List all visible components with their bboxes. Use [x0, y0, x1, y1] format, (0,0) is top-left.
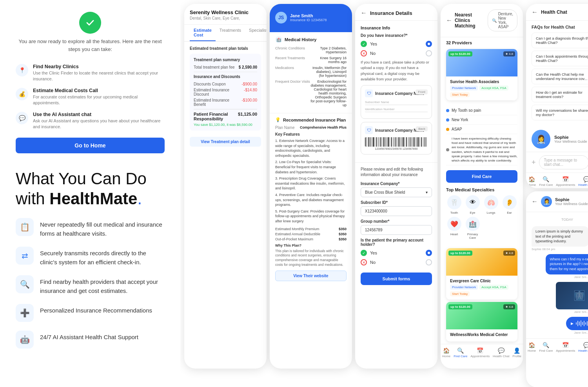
message-time-voice: Jane Sm... 08:04 pm [574, 331, 588, 334]
clinic-name-evergreen: Evergreen Care Clinic [450, 279, 514, 283]
clinic-info-evergreen: Evergreen Care Clinic Provider Network A… [446, 276, 517, 300]
nav-home-sophie[interactable]: 🏠 Home [528, 342, 536, 352]
nav-appointments-sophie[interactable]: 📅 Appointments [556, 342, 575, 352]
price-badge-wellnessworks: up to $120.00 [448, 304, 472, 309]
recommended-plan-section: 💡 Recommended Insurance Plan Plan Name C… [270, 113, 352, 285]
faq-text-3: Can the Health Chat help me understand m… [536, 72, 588, 81]
total-fee-row: Total treatment plan fee $ 2,590.00 [194, 65, 257, 69]
subscriber-id-input[interactable]: X123400000 [361, 206, 432, 216]
specialties-title: Top Medical Specialties [446, 187, 517, 192]
submit-forms-button[interactable]: Submit forms [361, 273, 432, 285]
no-option[interactable]: ✕ No [361, 50, 432, 56]
marketing-line1: What You Can Do [16, 169, 147, 188]
recent-label: Recent Treatments [275, 56, 310, 64]
tab-treatments[interactable]: Treatments [216, 25, 245, 41]
back-arrow-clinics[interactable]: ← [446, 17, 452, 24]
eye-label: Eye [470, 211, 475, 214]
primary-yes-option[interactable]: ✓ Yes [361, 250, 432, 256]
yes-check-icon: ✓ [361, 41, 367, 47]
insurance-company-dropdown[interactable]: Blue Cross Blue Shield ▾ [361, 187, 432, 197]
nav-apt-label-chat: Appointments [556, 183, 575, 187]
rating-badge-evergreen: ★ 4.8 [503, 251, 515, 256]
feature-item-forms: 📋 Never repeatedly fill out medical and … [16, 218, 165, 238]
tag-evergreen-network: Provider Network [450, 285, 478, 290]
faq-item-4[interactable]: How do I get an estimate for treatment c… [532, 87, 588, 102]
discount-value-1: -$900.00 [242, 82, 257, 86]
visits-value: Endocrinologist for diabetes management,… [310, 80, 347, 107]
plan-name-label: Plan Name [275, 125, 294, 130]
feature-text-forms: Never repeatedly fill out medical and in… [40, 218, 165, 238]
nav-appointments[interactable]: 📅 Appointments [470, 347, 490, 358]
feature-icon-ai-support: 🤖 [16, 331, 34, 349]
tag-evergreen-hsa: Accept HSA, FSA [479, 285, 508, 290]
phone6-header: ← 👩‍⚕️ Sophie Your Wellness Guide ⋮ [526, 191, 588, 212]
home-icon: 🏠 [443, 347, 450, 354]
plan-icon: 💡 [275, 117, 281, 122]
back-arrow-sophie[interactable]: ← [532, 198, 538, 205]
back-arrow-insurance[interactable]: ← [361, 9, 367, 16]
feature-icon-forms: 📋 [16, 218, 34, 236]
monthly-premium-label: Estimated Monthly Premium [275, 227, 319, 231]
nav-hc-sophie[interactable]: 💬 Health Chat [578, 342, 588, 352]
insurance-company-value: Blue Cross Blue Shield [365, 190, 405, 194]
nav-home[interactable]: 🏠 Home [442, 347, 450, 358]
nav-profile[interactable]: 👤 Profile [512, 347, 521, 358]
faq-text-2: Can I book appointments through the Heal… [536, 54, 588, 63]
tab-estimate-cost[interactable]: Estimate Cost [190, 25, 216, 41]
step-title-estimate: Estimate Medical Costs Call [33, 88, 165, 93]
feature-icon-find: 🔍 [16, 275, 34, 293]
discount-label-1: Discounts Coupon [194, 82, 226, 86]
barcode-visual [365, 137, 428, 147]
location-dot [446, 118, 449, 122]
phone1-content: Estimated treatment plan totals Treatmen… [184, 42, 267, 151]
feature-text-find: Find nearby health providers that accept… [40, 275, 165, 295]
chat-input-field[interactable]: Type a message to start chat... [539, 155, 588, 169]
faq-item-3[interactable]: Can the Health Chat help me understand m… [532, 69, 588, 84]
nav-appointments-chat[interactable]: 📅 Appointments [556, 176, 575, 187]
phones-area: Serenity Wellness Clinic Dental, Skin Ca… [180, 0, 588, 387]
nav-find-care[interactable]: 🔍 Find Care [454, 347, 467, 358]
marketing-dot: . [137, 189, 142, 208]
group-number-input[interactable]: 12456789 [361, 225, 432, 235]
wave-bar-5 [582, 322, 583, 325]
identification-field: Identification Number [365, 107, 428, 112]
marketing-title: What You Can Do with HealthMate. [16, 169, 165, 209]
plus-icon[interactable]: + [532, 158, 536, 167]
phone-sophie-chat: ← 👩‍⚕️ Sophie Your Wellness Guide ⋮ TODA… [526, 191, 588, 387]
view-treatment-plan-button[interactable]: View Treatment plan detail [190, 137, 261, 147]
insurance-info-title: Insurance Info [361, 25, 432, 30]
feature-text-transmit: Securely transmits records directly to t… [40, 247, 165, 267]
clinic-tags-evergreen: Provider Network Accept HSA, FSA Start T… [450, 285, 514, 296]
sophie-info: Sophie Your Wellness Guide [554, 135, 587, 144]
feature-list: 📋 Never repeatedly fill out medical and … [16, 218, 165, 349]
subscriber-id-group: Subscriber ID* X123400000 [361, 200, 432, 216]
play-icon[interactable]: ▶ [571, 322, 573, 325]
find-care-button[interactable]: Find Care [446, 170, 517, 183]
discount-row-3: Estimated Insurance Benefit -$100.00 [194, 98, 257, 107]
faq-text-1: Can I get a diagnosis through the Health… [536, 36, 588, 45]
price-badge-sunrise: up to $120.00 [448, 51, 472, 56]
nav-find-care-sophie[interactable]: 🔍 Find Care [539, 342, 553, 352]
phone4-header: ← Nearest Clinics Matching 🔍 Denture, Ne… [441, 4, 523, 37]
faq-item-2[interactable]: Can I book appointments through the Heal… [532, 51, 588, 66]
go-home-button[interactable]: Go to Home [16, 138, 165, 153]
yes-option[interactable]: ✓ Yes [361, 41, 432, 47]
back-arrow-chat[interactable]: ← [532, 9, 538, 16]
plan-name-value: Comprehensive Health Plus [300, 125, 347, 130]
nav-appointments-label: Appointments [470, 354, 490, 358]
view-website-button[interactable]: View Their website [275, 271, 347, 281]
left-panel: You are now ready to explore all the fea… [0, 0, 180, 387]
nav-health-chat[interactable]: 💬 Health Chat [493, 347, 509, 358]
search-bar[interactable]: 🔍 Denture, New York, ASAP [488, 9, 517, 31]
nav-find-care-chat[interactable]: 🔍 Find Care [539, 176, 553, 187]
faq-item-5[interactable]: Will my conversations be shared with my … [532, 105, 588, 120]
nav-home-chat[interactable]: 🏠 Home [528, 176, 536, 187]
sender-blue: Jane Sm... [574, 275, 588, 279]
faq-item-1[interactable]: Can I get a diagnosis through the Health… [532, 33, 588, 48]
primary-no-option[interactable]: ✕ No [361, 259, 432, 265]
insurance-info-section: Insurance Info Do you have insurance?* ✓… [355, 21, 437, 162]
tab-specialist[interactable]: Specialist [245, 25, 267, 41]
recent-value: Knee Surgery 16 months ago [310, 56, 347, 64]
nav-health-chat-active[interactable]: 💬 Health Chat [578, 176, 588, 187]
message-time-blue: Jane Sm... 08:04 pm [574, 275, 588, 279]
